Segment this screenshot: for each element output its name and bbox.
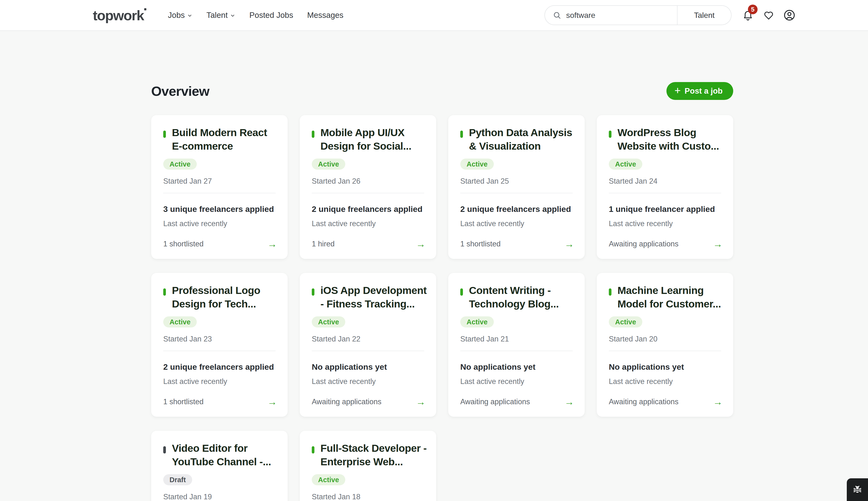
job-started-date: Started Jan 25 (460, 177, 509, 185)
logo[interactable]: topwork (93, 7, 144, 23)
footer-status: 1 shortlisted (163, 397, 204, 406)
main-nav: Jobs Talent Posted Jobs Messages (168, 11, 343, 20)
job-card[interactable]: Build Modern React E-commerce Website...… (151, 115, 288, 259)
job-title: Professional Logo Design for Tech... (172, 284, 278, 311)
applicants-count: No applications yet (312, 362, 387, 372)
search-field[interactable] (545, 6, 677, 25)
favorites-button[interactable] (762, 9, 776, 22)
nav-item-talent[interactable]: Talent (206, 11, 235, 20)
account-button[interactable] (783, 9, 796, 22)
nav-label: Jobs (168, 11, 185, 20)
nav-label: Talent (206, 11, 228, 20)
chevron-down-icon (187, 13, 193, 18)
last-active-text: Last active recently (312, 220, 376, 228)
chevron-down-icon (230, 13, 235, 18)
card-footer: 1 shortlisted → (460, 239, 574, 249)
nav-label: Posted Jobs (249, 11, 293, 20)
job-title: Full-Stack Developer - Enterprise Web... (320, 441, 427, 468)
arrow-right-icon[interactable]: → (564, 397, 574, 407)
job-started-date: Started Jan 23 (163, 335, 212, 343)
applicants-count: 2 unique freelancers applied (312, 204, 422, 214)
search-scope-button[interactable]: Talent (678, 6, 731, 25)
card-divider (163, 351, 276, 351)
search-scope-label: Talent (694, 11, 714, 20)
notifications-button[interactable]: 5 (741, 9, 755, 22)
status-dot (460, 130, 463, 138)
arrow-right-icon[interactable]: → (713, 397, 723, 407)
job-started-date: Started Jan 26 (312, 177, 361, 185)
nav-item-posted-jobs[interactable]: Posted Jobs (249, 11, 293, 20)
nav-item-jobs[interactable]: Jobs (168, 11, 193, 20)
person-circle-icon (783, 9, 796, 21)
card-footer: 1 hired → (312, 239, 426, 249)
status-dot (312, 130, 315, 138)
nav-item-messages[interactable]: Messages (307, 11, 343, 20)
nav-label: Messages (307, 11, 343, 20)
status-badge: Active (163, 316, 197, 328)
notifications-count-badge: 5 (748, 4, 758, 14)
header-icons: 5 (741, 9, 796, 22)
card-footer: Awaiting applications → (460, 397, 574, 407)
card-divider (312, 351, 424, 351)
job-title: Machine Learning Model for Customer... (617, 284, 724, 311)
job-card[interactable]: iOS App Development - Fitness Tracking..… (300, 273, 436, 417)
logo-text: topwork (93, 8, 144, 23)
card-footer: Awaiting applications → (609, 397, 723, 407)
arrow-right-icon[interactable]: → (713, 239, 723, 249)
job-title: Video Editor for YouTube Channel -... (172, 441, 278, 468)
job-title: iOS App Development - Fitness Tracking..… (320, 284, 427, 311)
job-card[interactable]: Mobile App UI/UX Design for Social... Ac… (300, 115, 436, 259)
post-a-job-button[interactable]: + Post a job (667, 82, 733, 100)
overview-header: Overview + Post a job (151, 82, 733, 100)
last-active-text: Last active recently (163, 377, 227, 386)
job-card[interactable]: WordPress Blog Website with Custo... Act… (597, 115, 733, 259)
search-input[interactable] (566, 11, 672, 20)
status-dot (609, 288, 612, 296)
status-dot (312, 446, 315, 454)
applicants-count: No applications yet (609, 362, 684, 372)
status-dot (312, 288, 315, 296)
card-footer: 1 shortlisted → (163, 239, 277, 249)
status-badge: Active (609, 159, 642, 170)
job-started-date: Started Jan 27 (163, 177, 212, 185)
job-started-date: Started Jan 18 (312, 492, 361, 501)
job-started-date: Started Jan 24 (609, 177, 658, 185)
job-card[interactable]: Content Writing - Technology Blog... Act… (448, 273, 585, 417)
footer-status: Awaiting applications (460, 397, 530, 406)
job-card[interactable]: Full-Stack Developer - Enterprise Web...… (300, 431, 436, 501)
arrow-right-icon[interactable]: → (267, 397, 277, 407)
job-started-date: Started Jan 19 (163, 492, 212, 501)
arrow-right-icon[interactable]: → (416, 397, 426, 407)
job-card[interactable]: Video Editor for YouTube Channel -... Dr… (151, 431, 288, 501)
status-dot (609, 130, 612, 138)
logo-accent-dot (144, 8, 146, 10)
job-started-date: Started Jan 20 (609, 335, 658, 343)
job-title: Python Data Analysis & Visualization Scr… (469, 126, 575, 153)
applicants-count: 2 unique freelancers applied (460, 204, 571, 214)
job-card[interactable]: Machine Learning Model for Customer... A… (597, 273, 733, 417)
job-title: Mobile App UI/UX Design for Social... (320, 126, 427, 153)
footer-status: 1 hired (312, 239, 335, 248)
job-card[interactable]: Python Data Analysis & Visualization Scr… (448, 115, 585, 259)
arrow-right-icon[interactable]: → (267, 239, 277, 249)
heart-icon (763, 10, 774, 21)
debug-button[interactable] (847, 478, 868, 501)
top-header: topwork Jobs Talent Posted Jobs Messages… (0, 0, 868, 31)
status-dot (460, 288, 463, 296)
footer-status: 1 shortlisted (460, 239, 501, 248)
applicants-count: No applications yet (460, 362, 536, 372)
applicants-count: 3 unique freelancers applied (163, 204, 274, 214)
jobs-grid: Build Modern React E-commerce Website...… (151, 115, 733, 501)
job-card[interactable]: Professional Logo Design for Tech... Act… (151, 273, 288, 417)
last-active-text: Last active recently (460, 220, 524, 228)
status-badge: Active (163, 159, 197, 170)
arrow-right-icon[interactable]: → (564, 239, 574, 249)
card-divider (609, 193, 721, 193)
magnifier-icon (553, 11, 561, 20)
job-started-date: Started Jan 21 (460, 335, 509, 343)
arrow-right-icon[interactable]: → (416, 239, 426, 249)
status-badge: Active (312, 316, 345, 328)
footer-status: 1 shortlisted (163, 239, 204, 248)
footer-status: Awaiting applications (609, 397, 679, 406)
card-divider (609, 351, 721, 351)
